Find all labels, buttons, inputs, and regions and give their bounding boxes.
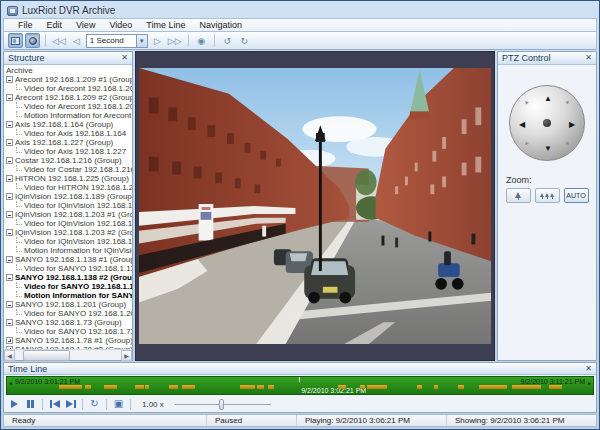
skip-to-end-button[interactable]	[64, 398, 77, 411]
step-forward-fast-button[interactable]: ▷▷	[167, 33, 183, 48]
collapse-icon[interactable]	[6, 139, 13, 146]
tree-node[interactable]: Arecont 192.168.1.209 #2 (Group)	[6, 93, 132, 102]
collapse-icon[interactable]	[6, 193, 13, 200]
tree-node[interactable]: Video for SANYO 192.168.1.73	[6, 327, 132, 336]
close-icon[interactable]: ✕	[585, 364, 592, 373]
tree-node[interactable]: Video for Axis 192.168.1.164	[6, 129, 132, 138]
step-forward-button[interactable]: ▷	[150, 33, 165, 48]
tree-node[interactable]: Video for SANYO 192.168.1.138	[6, 264, 132, 273]
tree-root-archive[interactable]: Archive	[6, 66, 132, 75]
expand-icon[interactable]	[6, 337, 13, 344]
tree-node[interactable]: Arecont 192.168.1.209 #1 (Group)	[6, 75, 132, 84]
collapse-icon[interactable]	[6, 121, 13, 128]
close-icon[interactable]: ✕	[121, 54, 128, 62]
menu-item-video[interactable]: Video	[103, 20, 138, 30]
motion-marker[interactable]	[458, 385, 464, 389]
ptz-panel-toggle-button[interactable]	[25, 33, 40, 48]
tree-node[interactable]: IQinVision 192.168.1.203 #1 (Group)	[6, 210, 132, 219]
menu-item-file[interactable]: File	[12, 20, 39, 30]
timeline-scroll-right-icon[interactable]: ▸	[588, 379, 591, 386]
expand-icon[interactable]	[6, 346, 13, 349]
menu-item-view[interactable]: View	[70, 20, 101, 30]
motion-marker[interactable]	[338, 385, 346, 389]
collapse-icon[interactable]	[6, 175, 13, 182]
collapse-icon[interactable]	[6, 301, 13, 308]
tree-node[interactable]: Video for HITRON 192.168.1.225	[6, 183, 132, 192]
step-back-button[interactable]: ◁	[69, 33, 84, 48]
ptz-up-icon[interactable]: ▲	[542, 92, 554, 104]
motion-marker[interactable]	[367, 385, 387, 389]
title-bar[interactable]: LuxRiot DVR Archive	[3, 3, 597, 18]
timeline-scroll-left-icon[interactable]: ◂	[9, 379, 12, 386]
tree-node[interactable]: Video for Axis 192.168.1.227	[6, 147, 132, 156]
tree-node[interactable]: IQinVision 192.168.1.189 (Group)	[6, 192, 132, 201]
motion-marker[interactable]	[104, 385, 117, 389]
close-icon[interactable]: ✕	[585, 54, 592, 62]
tree-node[interactable]: Video for SANYO 192.168.1.201	[6, 309, 132, 318]
menu-item-navigation[interactable]: Navigation	[193, 20, 248, 30]
tree-node[interactable]: Motion Information for SANYO 19	[6, 291, 132, 300]
collapse-icon[interactable]	[6, 256, 13, 263]
pause-button[interactable]	[24, 398, 37, 411]
tree-node[interactable]: Video for SANYO 192.168.1.138	[6, 282, 132, 291]
skip-to-start-button[interactable]	[48, 398, 61, 411]
menu-item-edit[interactable]: Edit	[41, 20, 69, 30]
chevron-down-icon[interactable]: ▼	[136, 35, 147, 47]
zoom-auto-button[interactable]: AUTO	[564, 188, 589, 203]
ptz-up-left-icon[interactable]: ▲	[518, 94, 535, 111]
ptz-joystick[interactable]: ▲ ▲ ▲ ◀ ▶ ▲ ▼ ▲	[509, 85, 585, 161]
horizontal-scrollbar[interactable]: ◀ ▶	[4, 349, 132, 360]
tree-node[interactable]: Costar 192.168.1.216 (Group)	[6, 156, 132, 165]
motion-marker[interactable]	[85, 385, 91, 389]
scroll-right-icon[interactable]: ▶	[121, 350, 132, 361]
video-display-area[interactable]	[135, 51, 495, 361]
tree-node[interactable]: Video for Arecont 192.168.1.209	[6, 84, 132, 93]
motion-marker[interactable]	[434, 385, 438, 389]
tree-node[interactable]: Video for Costar 192.168.1.216	[6, 165, 132, 174]
sync-button[interactable]: ◉	[194, 33, 209, 48]
tree-node[interactable]: Motion Information for IQinVision 192.16	[6, 246, 132, 255]
tree-node[interactable]: SANYO 192.168.1.201 (Group)	[6, 300, 132, 309]
rotate-right-button[interactable]: ↻	[237, 33, 252, 48]
slider-thumb[interactable]	[219, 399, 224, 410]
tree-node[interactable]: Axis 192.168.1.227 (Group)	[6, 138, 132, 147]
collapse-icon[interactable]	[6, 274, 13, 281]
zoom-out-button[interactable]	[535, 188, 560, 203]
rotate-left-button[interactable]: ↺	[220, 33, 235, 48]
play-button[interactable]	[8, 398, 21, 411]
motion-marker[interactable]	[549, 385, 562, 389]
tree-node[interactable]: SANYO 192.168.1.138 #2 (Group)	[6, 273, 132, 282]
tree-node[interactable]: SANYO 192.168.1.138 #1 (Group)	[6, 255, 132, 264]
structure-panel-toggle-button[interactable]	[8, 33, 23, 48]
collapse-icon[interactable]	[6, 319, 13, 326]
interval-combobox[interactable]: 1 Second ▼	[86, 34, 148, 48]
timeline-cursor[interactable]	[299, 377, 300, 382]
tree-node[interactable]: HITRON 192.168.1.225 (Group)	[6, 174, 132, 183]
ptz-center-button[interactable]	[543, 119, 551, 127]
motion-marker[interactable]	[135, 385, 144, 389]
motion-marker[interactable]	[169, 385, 178, 389]
zoom-in-button[interactable]	[506, 188, 531, 203]
speed-slider[interactable]	[175, 398, 271, 411]
motion-marker[interactable]	[145, 385, 149, 389]
collapse-icon[interactable]	[6, 229, 13, 236]
scrollbar-thumb[interactable]	[23, 350, 70, 361]
ptz-down-left-icon[interactable]: ▲	[518, 136, 535, 153]
export-clip-button[interactable]: ▣	[112, 398, 125, 411]
tree-node[interactable]: Axis 192.168.1.164 (Group)	[6, 120, 132, 129]
collapse-icon[interactable]	[6, 94, 13, 101]
tree-node[interactable]: Video for IQinVision 192.168.1.203	[6, 219, 132, 228]
motion-marker[interactable]	[240, 385, 256, 389]
motion-marker[interactable]	[479, 385, 507, 389]
tree-node[interactable]: Video for IQinVision 192.168.1.203	[6, 237, 132, 246]
collapse-icon[interactable]	[6, 211, 13, 218]
tree-node[interactable]: SANYO 192.168.1.78 #1 (Group)	[6, 336, 132, 345]
motion-marker[interactable]	[417, 385, 422, 389]
tree-node[interactable]: IQinVision 192.168.1.203 #2 (Group)	[6, 228, 132, 237]
ptz-up-right-icon[interactable]: ▲	[560, 94, 577, 111]
ptz-left-icon[interactable]: ◀	[516, 118, 528, 130]
timeline-track[interactable]: ◂ 9/2/2010 3:01:21 PM 9/2/2010 3:11:21 P…	[6, 376, 594, 395]
tree-node[interactable]: Video for IQinVision 192.168.1.189	[6, 201, 132, 210]
loop-button[interactable]: ↻	[88, 398, 101, 411]
collapse-icon[interactable]	[6, 76, 13, 83]
